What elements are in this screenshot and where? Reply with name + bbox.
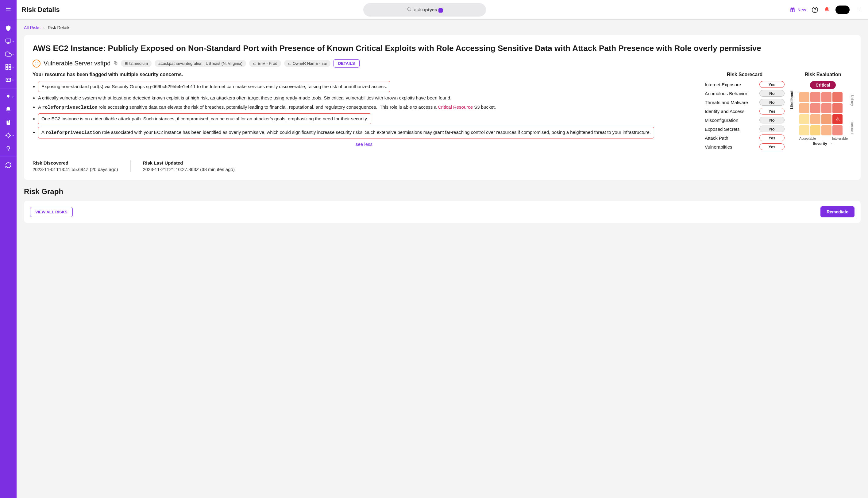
discovered-value: 2023-11-01T13:41:55.694Z (20 days ago)	[32, 167, 118, 172]
nav-clipboard-icon[interactable]: !	[1, 116, 15, 129]
score-label: Anomalous Behavior	[705, 91, 747, 96]
resource-name: Vulnerable Server vsftpd	[43, 60, 110, 67]
score-pill: No	[759, 117, 785, 123]
topbar: Risk Details ask uptycs New	[16, 0, 868, 19]
instance-type-chip: ▦ t2.medium	[121, 60, 152, 67]
svg-point-28	[815, 11, 815, 11]
tag-env-value: EnV - Prod	[258, 61, 277, 66]
nav-logo-icon[interactable]	[1, 22, 15, 35]
chevron-right-icon: ›	[43, 26, 45, 30]
score-label: Misconfiguration	[705, 118, 738, 123]
timestamps: Risk Discovered 2023-11-01T13:41:55.694Z…	[32, 160, 852, 172]
concerns-section: Your resource has been flagged with mult…	[32, 72, 695, 152]
search-icon	[407, 7, 411, 13]
alert-cell-icon: ⚠	[832, 114, 842, 124]
y-scale-bot: Imminent	[851, 121, 854, 134]
account-region-chip: attackpathawsintegration | US East (N. V…	[155, 60, 246, 67]
svg-point-22	[407, 8, 410, 11]
score-row: Identity and AccessYes	[705, 108, 785, 115]
score-label: Attack Path	[705, 135, 728, 141]
critical-badge: Critical	[810, 81, 836, 89]
account-region-value: attackpathawsintegration | US East (N. V…	[158, 61, 242, 66]
nav-bug-icon[interactable]: ▸	[1, 90, 15, 103]
view-all-risks-button[interactable]: VIEW ALL RISKS	[30, 207, 73, 217]
score-row: MisconfigurationNo	[705, 117, 785, 123]
nav-cloud-icon[interactable]: ▸	[1, 48, 15, 61]
nav-target-icon[interactable]: ▸	[1, 129, 15, 142]
discovered-label: Risk Discovered	[32, 160, 118, 166]
score-label: Exposed Secrets	[705, 127, 740, 132]
remediate-button[interactable]: Remediate	[820, 206, 854, 218]
new-button[interactable]: New	[789, 7, 806, 13]
breadcrumb-current: Risk Details	[48, 25, 70, 30]
svg-rect-9	[9, 67, 11, 69]
bottom-actions: VIEW ALL RISKS Remediate	[24, 201, 860, 223]
brand-badge-icon	[438, 8, 443, 13]
tag-owner-chip: 🏷 OwneR NamE - sai	[284, 60, 330, 67]
concerns-intro: Your resource has been flagged with mult…	[32, 72, 695, 77]
copy-icon[interactable]	[113, 61, 118, 66]
score-pill: Yes	[759, 143, 785, 150]
score-row: Attack PathYes	[705, 134, 785, 141]
left-sidebar: ▸ ▸ ▸ ▸ ▸ !	[0, 0, 16, 498]
score-label: Vulnerabiities	[705, 144, 732, 149]
breadcrumb-root[interactable]: All Risks	[24, 25, 41, 30]
up-arrow-icon: ↑	[797, 91, 799, 96]
svg-line-23	[410, 10, 411, 11]
risk-scorecard: Risk Scorecard Internet ExposureYesAnoma…	[705, 72, 785, 152]
score-pill: No	[759, 90, 785, 97]
svg-rect-8	[6, 67, 8, 69]
resource-row: Vulnerable Server vsftpd ▦ t2.medium att…	[32, 59, 852, 67]
nav-monitor-icon[interactable]: ▸	[1, 35, 15, 48]
nav-container-icon[interactable]: ▸	[1, 74, 15, 86]
search-input[interactable]: ask uptycs	[363, 3, 486, 16]
score-row: VulnerabiitiesYes	[705, 143, 785, 150]
svg-rect-3	[6, 39, 11, 42]
user-avatar[interactable]	[836, 5, 850, 14]
help-icon[interactable]	[812, 6, 818, 13]
x-scale-right: Intolerable	[832, 136, 848, 140]
nav-apps-icon[interactable]: ▸	[1, 61, 15, 74]
score-pill: Yes	[759, 134, 785, 141]
kebab-menu-icon[interactable]: ⋮	[855, 6, 863, 13]
updated-value: 2023-11-21T21:10:27.863Z (38 minutes ago…	[143, 167, 235, 172]
svg-rect-6	[6, 65, 8, 66]
risk-card: AWS EC2 Instance: Publicly Exposed on No…	[24, 35, 860, 180]
score-pill: No	[759, 99, 785, 106]
x-scale-left: Acceptable	[799, 136, 816, 140]
updated-label: Risk Last Updated	[143, 160, 235, 166]
search-ask-text: ask	[414, 7, 421, 12]
instance-type-value: t2.medium	[129, 61, 148, 66]
concern-item: A roleforprivesclation role accessing se…	[38, 104, 695, 111]
nav-lightbulb-icon[interactable]	[1, 142, 15, 155]
svg-rect-10	[6, 78, 11, 82]
search-brand-text: uptycs	[422, 7, 437, 12]
concern-item: Exposing non-standard port(s) via Securi…	[38, 81, 695, 92]
cpu-icon: ▦	[125, 62, 128, 65]
score-row: Internet ExposureYes	[705, 81, 785, 88]
evaluation-title: Risk Evaluation	[794, 72, 852, 77]
details-button[interactable]: DETAILS	[334, 59, 360, 67]
see-less-toggle[interactable]: see less	[32, 142, 695, 147]
tag-env-chip: 🏷 EnV - Prod	[249, 60, 281, 67]
ec2-instance-icon	[32, 60, 41, 67]
hamburger-icon[interactable]	[3, 3, 14, 16]
score-label: Threats and Malware	[705, 100, 748, 105]
x-axis-label: Severity	[813, 142, 827, 146]
concern-item: A critically vulnerable system with at l…	[38, 94, 695, 101]
nav-refresh-icon[interactable]	[1, 159, 15, 172]
score-pill: Yes	[759, 108, 785, 115]
gift-icon	[789, 7, 796, 13]
y-axis-label: Likelihood	[790, 91, 794, 109]
notification-bell-icon[interactable]	[824, 7, 830, 13]
scorecard-title: Risk Scorecard	[705, 72, 785, 77]
new-label: New	[797, 8, 806, 12]
nav-bell-icon[interactable]	[1, 103, 15, 116]
score-pill: No	[759, 126, 785, 132]
score-row: Anomalous BehaviorNo	[705, 90, 785, 97]
breadcrumb: All Risks › Risk Details	[24, 25, 860, 30]
concern-item: A roleforprivesclation role associated w…	[38, 127, 695, 139]
tag-owner-value: OwneR NamE - sai	[293, 61, 327, 66]
concern-item: One EC2 instance is on a identifiable at…	[38, 113, 695, 124]
heatmap-grid: ⚠	[799, 92, 848, 135]
